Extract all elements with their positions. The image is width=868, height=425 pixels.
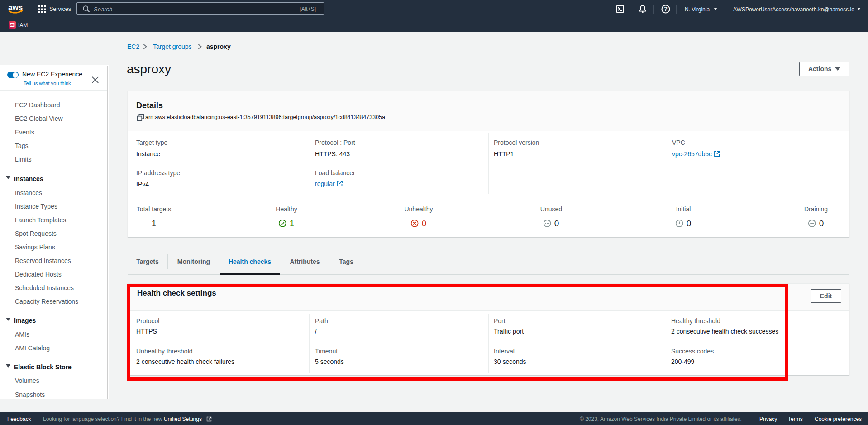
svg-text:?: ? xyxy=(664,6,668,12)
